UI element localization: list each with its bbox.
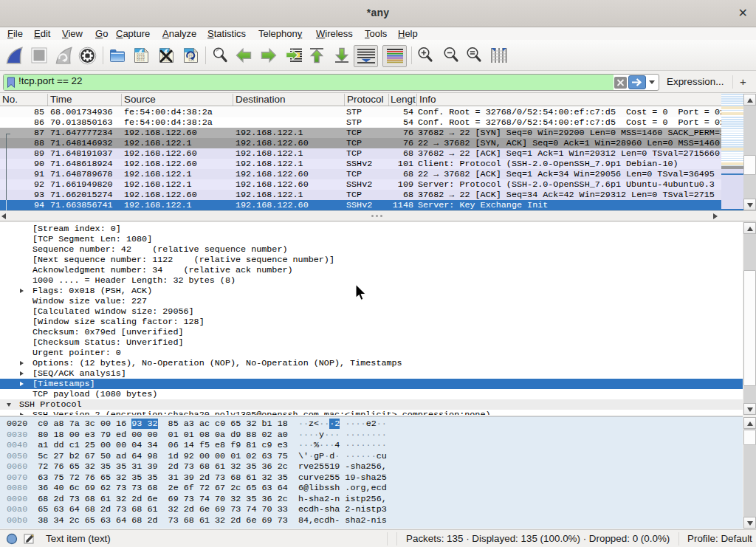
svg-text:111: 111 <box>188 58 195 62</box>
svg-text:0111: 0111 <box>137 58 145 62</box>
